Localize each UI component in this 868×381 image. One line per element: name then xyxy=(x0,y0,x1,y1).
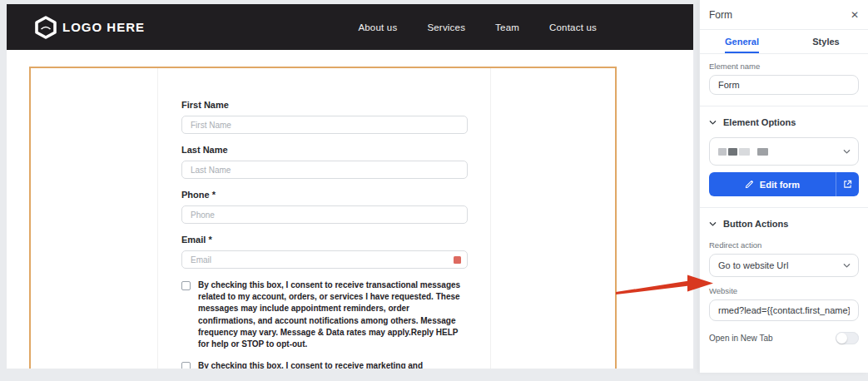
open-in-new-tab-toggle[interactable] xyxy=(836,332,859,344)
transactional-consent-text: By checking this box, I consent to recei… xyxy=(198,280,468,350)
edit-form-button[interactable]: Edit form xyxy=(709,172,859,196)
last-name-input[interactable] xyxy=(181,161,468,179)
element-name-label: Element name xyxy=(709,62,859,71)
site-logo[interactable]: LOGO HERE xyxy=(35,16,145,39)
nav-item-team[interactable]: Team xyxy=(495,22,519,32)
phone-input[interactable] xyxy=(181,205,468,224)
marketing-consent-text: By checking this box, I consent to recei… xyxy=(198,360,468,369)
marketing-consent-checkbox[interactable] xyxy=(181,362,191,369)
button-actions-section-header[interactable]: Button Actions xyxy=(709,219,859,229)
hexagon-logo-icon xyxy=(35,16,57,39)
website-url-input[interactable] xyxy=(709,299,859,321)
transactional-consent-checkbox[interactable] xyxy=(181,281,191,290)
email-input[interactable] xyxy=(181,250,468,269)
redacted-form-name xyxy=(718,148,768,156)
first-name-input[interactable] xyxy=(181,116,468,134)
redirect-action-label: Redirect action xyxy=(709,240,859,250)
tab-styles[interactable]: Styles xyxy=(784,30,868,53)
form-widget[interactable]: First Name Last Name Phone * Email * xyxy=(157,68,491,369)
site-nav: About us Services Team Contact us xyxy=(358,22,597,32)
form-settings-panel: Form ✕ General Styles Element name Eleme… xyxy=(699,0,868,373)
logo-text: LOGO HERE xyxy=(62,20,145,34)
chevron-down-icon xyxy=(843,262,851,270)
site-header: LOGO HERE About us Services Team Contact… xyxy=(7,4,693,50)
pencil-icon xyxy=(745,180,754,189)
divider xyxy=(700,207,868,208)
nav-item-services[interactable]: Services xyxy=(427,22,465,32)
field-label-phone: Phone * xyxy=(181,190,468,200)
form-select-dropdown[interactable] xyxy=(709,137,859,166)
external-link-icon xyxy=(843,180,852,189)
nav-item-about-us[interactable]: About us xyxy=(358,22,397,32)
selected-section-outline[interactable]: First Name Last Name Phone * Email * xyxy=(29,67,617,369)
element-options-section-header[interactable]: Element Options xyxy=(709,117,859,127)
field-label-email: Email * xyxy=(181,235,468,245)
field-label-first-name: First Name xyxy=(181,100,468,110)
nav-item-contact-us[interactable]: Contact us xyxy=(549,22,597,32)
consent-row-marketing: By checking this box, I consent to recei… xyxy=(181,360,468,369)
close-icon[interactable]: ✕ xyxy=(851,10,859,20)
website-label: Website xyxy=(709,286,859,295)
chevron-down-icon xyxy=(709,119,717,126)
element-name-input[interactable] xyxy=(709,75,859,95)
chevron-down-icon xyxy=(843,148,851,156)
tab-general[interactable]: General xyxy=(700,30,784,53)
consent-row-transactional: By checking this box, I consent to recei… xyxy=(181,280,468,350)
page-preview: LOGO HERE About us Services Team Contact… xyxy=(7,4,693,369)
chevron-down-icon xyxy=(709,220,717,228)
open-form-external-button[interactable] xyxy=(836,172,859,196)
open-in-new-tab-label: Open in New Tab xyxy=(709,334,773,343)
panel-title: Form xyxy=(709,9,732,21)
divider xyxy=(700,106,868,106)
panel-tabs: General Styles xyxy=(700,30,868,54)
redirect-action-select[interactable]: Go to website Url xyxy=(709,254,859,277)
required-marker-icon xyxy=(454,256,461,264)
field-label-last-name: Last Name xyxy=(181,145,468,155)
